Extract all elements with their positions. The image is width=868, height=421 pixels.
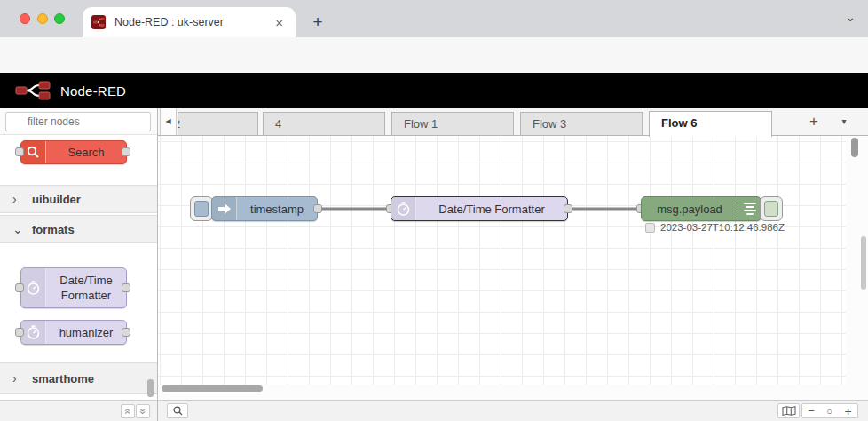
flow-tab-flow1[interactable]: Flow 1 bbox=[391, 112, 514, 136]
palette-node-label: Search bbox=[46, 141, 126, 163]
chevron-right-icon: › bbox=[12, 192, 25, 206]
category-label: smarthome bbox=[32, 372, 94, 385]
flow-tab-flow3[interactable]: Flow 3 bbox=[520, 112, 643, 136]
flow-tab-2[interactable]: 2 bbox=[178, 112, 258, 136]
canvas-vertical-scrollbar-thumb[interactable] bbox=[851, 138, 858, 157]
app-title: Node-RED bbox=[60, 83, 126, 99]
palette-node-label: Date/Time Formatter bbox=[46, 268, 126, 307]
inject-trigger-button[interactable] bbox=[190, 196, 213, 221]
node-input-port[interactable] bbox=[15, 147, 24, 156]
browser-toolbar: ← → ↻ ⚠ Not Secure uk-server:2718/#flow/… bbox=[0, 37, 868, 73]
browser-tab-strip: Node-RED : uk-server × + ⌄ bbox=[0, 0, 868, 37]
flow-canvas[interactable]: timestamp Date/Time Formatter msg.payloa… bbox=[158, 136, 868, 400]
node-output-port[interactable] bbox=[122, 147, 130, 156]
zoom-in-button[interactable]: + bbox=[839, 403, 858, 418]
browser-tab-title: Node-RED : uk-server bbox=[114, 16, 272, 28]
flow-tab-4[interactable]: 4 bbox=[263, 112, 385, 136]
timer-icon bbox=[391, 197, 416, 220]
node-output-port[interactable] bbox=[564, 204, 572, 213]
palette-footer: « » bbox=[0, 401, 158, 421]
palette-category-uibuilder[interactable]: › uibuilder bbox=[0, 185, 158, 213]
zoom-reset-button[interactable]: ○ bbox=[820, 403, 840, 418]
node-debug-msg-payload[interactable]: msg.payload bbox=[641, 196, 761, 221]
palette-node-search[interactable]: Search bbox=[20, 140, 127, 164]
debug-toggle-button[interactable] bbox=[760, 196, 783, 221]
browser-tab[interactable]: Node-RED : uk-server × bbox=[83, 7, 296, 37]
zoom-out-button[interactable]: − bbox=[801, 403, 821, 418]
node-palette: Search › uibuilder ⌄ formats Date/Time F… bbox=[0, 108, 158, 400]
node-red-favicon bbox=[91, 15, 106, 29]
node-label: msg.payload bbox=[642, 197, 738, 220]
fullscreen-window-button[interactable] bbox=[54, 13, 65, 24]
map-icon bbox=[782, 406, 796, 416]
node-input-port[interactable] bbox=[15, 283, 24, 292]
search-flows-button[interactable] bbox=[167, 403, 188, 418]
angle-double-down-icon: » bbox=[138, 409, 148, 415]
collapse-all-categories-button[interactable]: « bbox=[121, 404, 135, 418]
tab-search-chevron-icon[interactable]: ⌄ bbox=[840, 7, 861, 28]
chevron-right-icon: › bbox=[12, 371, 25, 385]
status-shape bbox=[645, 223, 655, 233]
node-output-port[interactable] bbox=[313, 204, 322, 213]
navigator-toggle-button[interactable] bbox=[777, 403, 800, 418]
palette-node-label: humanizer bbox=[46, 321, 126, 344]
screen: Node-RED : uk-server × + ⌄ ← → ↻ ⚠ Not S… bbox=[0, 0, 868, 421]
angle-double-up-icon: « bbox=[122, 409, 133, 415]
tab-list-menu-button[interactable]: ▾ bbox=[834, 108, 854, 135]
palette-node-datetime-formatter[interactable]: Date/Time Formatter bbox=[20, 267, 127, 308]
node-label: Date/Time Formatter bbox=[416, 197, 567, 220]
expand-all-categories-button[interactable]: » bbox=[136, 404, 150, 418]
palette-node-humanizer[interactable]: humanizer bbox=[20, 320, 127, 345]
palette-scrollbar-thumb[interactable] bbox=[147, 379, 154, 397]
search-icon bbox=[173, 406, 183, 416]
filter-nodes-input[interactable] bbox=[5, 112, 151, 131]
node-input-port[interactable] bbox=[15, 328, 24, 337]
palette-category-smarthome[interactable]: › smarthome bbox=[0, 362, 158, 394]
palette-filter bbox=[0, 108, 158, 135]
node-inject-timestamp[interactable]: timestamp bbox=[211, 196, 318, 221]
editor-footer: « » − ○ + bbox=[0, 400, 868, 421]
tab-close-icon[interactable]: × bbox=[272, 15, 287, 30]
node-label: timestamp bbox=[237, 197, 317, 220]
inject-icon bbox=[212, 197, 237, 220]
category-label: uibuilder bbox=[32, 193, 81, 206]
timer-icon bbox=[21, 268, 46, 307]
debug-output-icon bbox=[738, 197, 761, 220]
wires bbox=[158, 136, 868, 400]
page-scrollbar-thumb[interactable] bbox=[861, 236, 866, 290]
minimize-window-button[interactable] bbox=[37, 13, 48, 24]
status-text: 2023-03-27T10:12:46.986Z bbox=[660, 222, 785, 233]
category-label: formats bbox=[32, 223, 75, 236]
chevron-down-icon: ⌄ bbox=[12, 222, 25, 236]
node-output-port[interactable] bbox=[122, 328, 130, 337]
tab-scroll-left-button[interactable]: ◀ bbox=[160, 108, 177, 135]
timer-icon bbox=[21, 321, 46, 344]
new-tab-button[interactable]: + bbox=[306, 11, 329, 34]
node-status: 2023-03-27T10:12:46.986Z bbox=[645, 222, 785, 233]
nodered-header: Node-RED Deploy ▾ bbox=[0, 73, 868, 108]
nodered-logo bbox=[14, 79, 53, 102]
magnifier-icon bbox=[21, 141, 46, 163]
close-window-button[interactable] bbox=[20, 13, 30, 24]
node-datetime-formatter[interactable]: Date/Time Formatter bbox=[391, 196, 568, 221]
node-output-port[interactable] bbox=[122, 283, 130, 292]
palette-category-formats[interactable]: ⌄ formats bbox=[0, 215, 158, 243]
flow-tab-flow6-active[interactable]: Flow 6 bbox=[649, 111, 772, 137]
flow-tabbar: ◀ 2 4 Flow 1 Flow 3 Flow 6 + ▾ bbox=[158, 108, 868, 136]
canvas-horizontal-scrollbar-thumb[interactable] bbox=[162, 385, 263, 392]
add-flow-button[interactable]: + bbox=[801, 108, 826, 135]
